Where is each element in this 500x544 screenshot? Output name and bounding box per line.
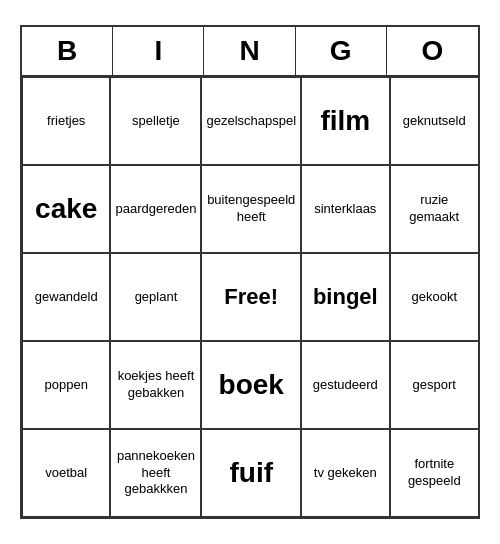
header-letter: G [296,27,387,75]
cell-r1-c0: cake [22,165,110,253]
cell-r3-c1: koekjes heeft gebakken [110,341,201,429]
cell-r0-c3: film [301,77,389,165]
header-letter: I [113,27,204,75]
cell-r3-c4: gesport [390,341,478,429]
header-letter: N [204,27,295,75]
cell-r4-c4: fortnite gespeeld [390,429,478,517]
cell-r1-c4: ruzie gemaakt [390,165,478,253]
cell-r0-c4: geknutseld [390,77,478,165]
cell-r2-c0: gewandeld [22,253,110,341]
cell-r4-c0: voetbal [22,429,110,517]
cell-r2-c4: gekookt [390,253,478,341]
cell-r0-c2: gezelschapspel [201,77,301,165]
bingo-grid: frietjesspelletjegezelschapspelfilmgeknu… [22,77,478,517]
cell-r3-c3: gestudeerd [301,341,389,429]
bingo-header: BINGO [22,27,478,77]
header-letter: O [387,27,478,75]
bingo-card: BINGO frietjesspelletjegezelschapspelfil… [20,25,480,519]
cell-r3-c0: poppen [22,341,110,429]
cell-r2-c2: Free! [201,253,301,341]
cell-r4-c2: fuif [201,429,301,517]
cell-r4-c1: pannekoeken heeft gebakkken [110,429,201,517]
cell-r1-c1: paardgereden [110,165,201,253]
cell-r3-c2: boek [201,341,301,429]
cell-r0-c1: spelletje [110,77,201,165]
cell-r2-c3: bingel [301,253,389,341]
cell-r1-c2: buitengespeeld heeft [201,165,301,253]
header-letter: B [22,27,113,75]
cell-r1-c3: sinterklaas [301,165,389,253]
cell-r2-c1: geplant [110,253,201,341]
cell-r4-c3: tv gekeken [301,429,389,517]
cell-r0-c0: frietjes [22,77,110,165]
